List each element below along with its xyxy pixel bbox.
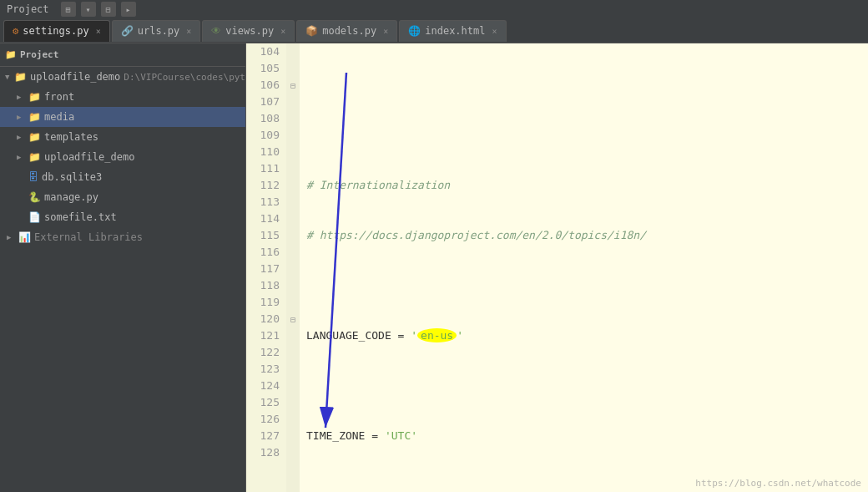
db-label: db.sqlite3 bbox=[42, 171, 102, 183]
ln-118: 118 bbox=[246, 277, 280, 294]
sidebar-item-manage[interactable]: 🐍 manage.py bbox=[0, 187, 245, 207]
code-line-104 bbox=[306, 77, 868, 94]
lang-code-value: 'en-us' bbox=[411, 328, 463, 342]
db-file-icon: 🗄 bbox=[28, 171, 38, 183]
views-icon: 👁 bbox=[211, 25, 221, 37]
code-lines[interactable]: # Internationalization # https://docs.dj… bbox=[300, 43, 868, 492]
ln-113: 113 bbox=[246, 194, 280, 210]
tab-urls[interactable]: 🔗 urls.py × bbox=[112, 20, 201, 42]
tab-views-close[interactable]: × bbox=[280, 27, 285, 36]
tab-settings-close[interactable]: × bbox=[96, 27, 101, 36]
manage-file-icon: 🐍 bbox=[28, 191, 41, 203]
comment-106: # Internationalization bbox=[306, 179, 450, 191]
tab-index-close[interactable]: × bbox=[492, 27, 497, 36]
fold-126 bbox=[286, 411, 300, 428]
templates-folder-icon: 📁 bbox=[28, 131, 41, 143]
sidebar-item-somefile[interactable]: 📄 somefile.txt bbox=[0, 207, 245, 227]
urls-icon: 🔗 bbox=[121, 25, 134, 37]
models-icon: 📦 bbox=[305, 25, 318, 37]
sidebar-header-label: Project bbox=[20, 49, 58, 60]
templates-arrow: ▶ bbox=[17, 133, 27, 141]
fold-124 bbox=[286, 378, 300, 394]
tab-models-close[interactable]: × bbox=[383, 27, 388, 36]
root-folder-icon: 📁 bbox=[14, 71, 27, 83]
tab-urls-close[interactable]: × bbox=[186, 27, 191, 36]
ln-127: 127 bbox=[246, 428, 280, 444]
ln-121: 121 bbox=[246, 327, 280, 344]
code-line-107: # https://docs.djangoproject.com/en/2.0/… bbox=[306, 227, 868, 244]
fold-118 bbox=[286, 277, 300, 294]
media-arrow: ▶ bbox=[17, 113, 27, 121]
somefile-label: somefile.txt bbox=[44, 211, 117, 223]
fold-108 bbox=[286, 110, 300, 127]
ln-119: 119 bbox=[246, 294, 280, 311]
fold-113 bbox=[286, 194, 300, 210]
tab-views-label: views.py bbox=[225, 25, 274, 37]
ln-120: 120 bbox=[246, 311, 280, 327]
project-icon: 📁 bbox=[5, 49, 17, 60]
media-label: media bbox=[44, 111, 74, 123]
toolbar-btn-4[interactable]: ▸ bbox=[121, 2, 136, 17]
ln-107: 107 bbox=[246, 94, 280, 110]
pkg-arrow: ▶ bbox=[17, 153, 27, 161]
fold-119 bbox=[286, 294, 300, 311]
line-numbers: 104 105 106 107 108 109 110 111 112 113 … bbox=[246, 43, 286, 492]
sidebar-item-front[interactable]: ▶ 📁 front bbox=[0, 87, 245, 107]
tab-settings-label: settings.py bbox=[23, 25, 88, 37]
front-label: front bbox=[44, 91, 74, 103]
media-folder-icon: 📁 bbox=[28, 111, 41, 123]
tab-models[interactable]: 📦 models.py × bbox=[296, 20, 397, 42]
fold-125 bbox=[286, 394, 300, 411]
templates-label: templates bbox=[44, 131, 98, 143]
root-arrow: ▼ bbox=[5, 73, 13, 81]
fold-gutter: ⊟ ⊟ bbox=[286, 43, 300, 492]
tab-views[interactable]: 👁 views.py × bbox=[202, 20, 295, 42]
fold-105 bbox=[286, 60, 300, 77]
fold-106[interactable]: ⊟ bbox=[286, 77, 300, 94]
comment-107: # https://docs.djangoproject.com/en/2.0/… bbox=[306, 229, 646, 241]
fold-107 bbox=[286, 94, 300, 110]
watermark: https://blog.csdn.net/whatcode bbox=[695, 478, 861, 489]
fold-121 bbox=[286, 327, 300, 344]
pkg-folder-icon: 📁 bbox=[28, 151, 41, 163]
tab-settings[interactable]: ⚙ settings.py × bbox=[3, 20, 110, 42]
ln-106: 106 bbox=[246, 77, 280, 94]
ext-arrow: ▶ bbox=[7, 233, 17, 241]
title-bar: Project ⊞ ▾ ⊟ ▸ bbox=[0, 0, 868, 18]
ln-104: 104 bbox=[246, 43, 280, 60]
index-icon: 🌐 bbox=[408, 25, 421, 37]
ln-124: 124 bbox=[246, 378, 280, 394]
tab-models-label: models.py bbox=[322, 25, 376, 37]
sidebar-item-templates[interactable]: ▶ 📁 templates bbox=[0, 127, 245, 147]
ln-112: 112 bbox=[246, 177, 280, 194]
fold-122 bbox=[286, 344, 300, 361]
toolbar-btn-1[interactable]: ⊞ bbox=[61, 2, 76, 17]
fold-109 bbox=[286, 127, 300, 144]
tab-index[interactable]: 🌐 index.html × bbox=[399, 20, 506, 42]
toolbar-btn-2[interactable]: ▾ bbox=[81, 2, 96, 17]
sidebar-item-pkg[interactable]: ▶ 📁 uploadfile_demo bbox=[0, 147, 245, 167]
ln-110: 110 bbox=[246, 144, 280, 160]
fold-114 bbox=[286, 210, 300, 227]
timezone-value: 'UTC' bbox=[385, 429, 417, 442]
project-label: Project bbox=[7, 3, 49, 15]
fold-115 bbox=[286, 227, 300, 244]
manage-label: manage.py bbox=[44, 191, 98, 203]
sidebar-item-root[interactable]: ▼ 📁 uploadfile_demo D:\VIPCourse\codes\p… bbox=[0, 67, 245, 87]
fold-110 bbox=[286, 144, 300, 160]
sidebar-item-db[interactable]: 🗄 db.sqlite3 bbox=[0, 167, 245, 187]
ln-122: 122 bbox=[246, 344, 280, 361]
fold-117 bbox=[286, 261, 300, 277]
fold-127 bbox=[286, 428, 300, 444]
code-line-111: TIME_ZONE = 'UTC' bbox=[306, 428, 868, 444]
sidebar-header: 📁 Project bbox=[0, 43, 245, 67]
fold-120[interactable]: ⊟ bbox=[286, 311, 300, 327]
sidebar-item-media[interactable]: ▶ 📁 media bbox=[0, 107, 245, 127]
ln-115: 115 bbox=[246, 227, 280, 244]
ln-125: 125 bbox=[246, 394, 280, 411]
code-line-110 bbox=[306, 378, 868, 394]
ln-105: 105 bbox=[246, 60, 280, 77]
toolbar-btn-3[interactable]: ⊟ bbox=[101, 2, 116, 17]
sidebar-item-external-libs[interactable]: ▶ 📊 External Libraries bbox=[0, 227, 245, 247]
sidebar: 📁 Project ▼ 📁 uploadfile_demo D:\VIPCour… bbox=[0, 43, 246, 492]
